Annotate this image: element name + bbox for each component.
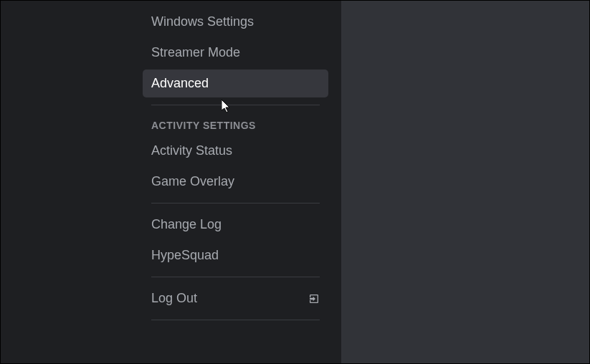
sidebar-item-hypesquad[interactable]: HypeSquad: [143, 241, 328, 269]
divider: [151, 320, 320, 320]
sidebar-item-windows-settings[interactable]: Windows Settings: [143, 8, 328, 36]
divider: [151, 277, 320, 277]
sidebar-item-streamer-mode[interactable]: Streamer Mode: [143, 39, 328, 67]
content-panel: [341, 1, 590, 363]
sidebar-item-game-overlay[interactable]: Game Overlay: [143, 168, 328, 196]
sidebar-item-label: HypeSquad: [151, 248, 219, 263]
section-header-activity: Activity Settings: [143, 112, 328, 134]
divider: [151, 105, 320, 105]
sidebar-item-label: Advanced: [151, 76, 209, 91]
sidebar-item-label: Activity Status: [151, 143, 232, 158]
sidebar-item-change-log[interactable]: Change Log: [143, 211, 328, 239]
divider: [151, 203, 320, 203]
logout-icon: [308, 293, 320, 305]
sidebar-item-label: Change Log: [151, 217, 222, 232]
sidebar-item-label: Streamer Mode: [151, 45, 240, 60]
settings-sidebar: Windows Settings Streamer Mode Advanced …: [1, 1, 341, 363]
sidebar-item-activity-status[interactable]: Activity Status: [143, 137, 328, 165]
sidebar-item-label: Windows Settings: [151, 14, 254, 29]
sidebar-item-label: Game Overlay: [151, 174, 234, 189]
sidebar-item-log-out[interactable]: Log Out: [143, 284, 328, 312]
sidebar-item-advanced[interactable]: Advanced: [143, 70, 328, 97]
sidebar-item-label: Log Out: [151, 291, 197, 306]
